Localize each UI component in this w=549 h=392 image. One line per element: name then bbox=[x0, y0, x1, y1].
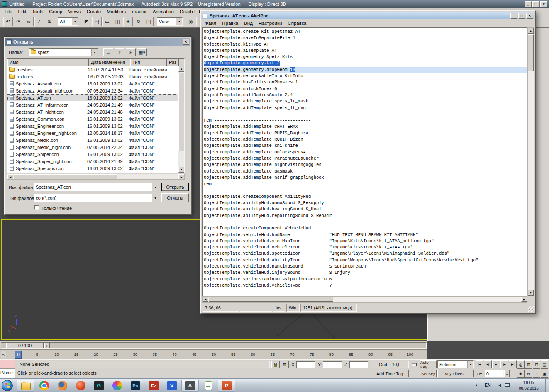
taskbar-browser-firefox[interactable] bbox=[54, 380, 71, 392]
taskbar-filezilla[interactable]: Fz bbox=[145, 380, 162, 392]
dialog-titlebar[interactable]: Открыть × bbox=[5, 38, 190, 46]
scroll-down-button[interactable]: ▼ bbox=[178, 167, 184, 173]
clock[interactable]: 16:05 08.02.2015 bbox=[515, 380, 542, 391]
time-slider-step-button[interactable] bbox=[44, 343, 50, 348]
column-header-тип[interactable]: Тип bbox=[130, 59, 167, 66]
time-slider-track[interactable]: 0 / 100 bbox=[1, 342, 427, 349]
file-row-spetsnaz-sniper-night-con[interactable]: Spetsnaz_Sniper_night.con07.05.2014 21:4… bbox=[7, 158, 178, 165]
reference-coordinate-system-dropdown[interactable]: View ▼ bbox=[157, 17, 183, 26]
max-menu-edit[interactable]: Edit bbox=[15, 9, 29, 15]
current-time-input[interactable] bbox=[485, 370, 504, 377]
max-menu-reactor[interactable]: reactor bbox=[129, 9, 150, 15]
redo-button[interactable]: ↷ bbox=[14, 17, 23, 26]
pan-view-button[interactable]: ✚ bbox=[517, 370, 525, 378]
file-row-spetsnaz-medic-con[interactable]: Spetsnaz_Medic.con16.01.2009 13:02Файл "… bbox=[7, 136, 178, 144]
close-button[interactable]: × bbox=[526, 13, 533, 19]
key-filters-button[interactable]: Key Filters... bbox=[437, 370, 474, 377]
undo-button[interactable]: ↶ bbox=[3, 17, 13, 26]
chevron-down-icon[interactable]: ▼ bbox=[91, 49, 98, 56]
taskbar-akelpad[interactable]: A bbox=[181, 380, 199, 392]
max-menu-tools[interactable]: Tools bbox=[29, 9, 46, 15]
select-and-link-button[interactable]: ∞ bbox=[24, 17, 34, 26]
next-frame-button[interactable]: |▶ bbox=[500, 360, 508, 368]
current-frame-marker[interactable]: 0 bbox=[15, 351, 22, 359]
window-crossing-toggle-button[interactable]: ◫ bbox=[113, 17, 122, 26]
taskbar-browser-chrome[interactable] bbox=[35, 380, 53, 392]
zoom-button[interactable]: ◎ bbox=[517, 360, 525, 369]
scrollbar-thumb[interactable] bbox=[178, 73, 184, 151]
time-slider-handle[interactable]: 0 / 100 bbox=[6, 343, 44, 348]
taskbar-explorer[interactable] bbox=[17, 380, 34, 392]
file-row-spetsnaz-engineer-con[interactable]: Spetsnaz_Engineer.con16.01.2009 13:02Фай… bbox=[7, 122, 178, 129]
spinner-arrows-icon[interactable]: ▲▼ bbox=[504, 370, 510, 377]
akelpad-titlebar[interactable]: Spetsnaz_AT.con - AkelPad _ □ × bbox=[202, 12, 534, 19]
key-mode-dropdown[interactable]: Selected ▼ bbox=[437, 360, 474, 368]
file-list-vertical-scrollbar[interactable]: ▲ ▼ bbox=[178, 66, 184, 173]
max-menu-animation[interactable]: Animation bbox=[150, 9, 177, 15]
view-menu-button[interactable]: ▦▾ bbox=[137, 48, 147, 56]
taskbar-app-3dsmax[interactable] bbox=[108, 380, 126, 392]
file-row-spetsnaz-medic-night-con[interactable]: Spetsnaz_Medic_night.con07.05.2014 22:34… bbox=[7, 144, 178, 151]
minimize-button[interactable]: _ bbox=[510, 13, 517, 19]
file-row-spetsnaz-at-night-con[interactable]: Spetsnaz_AT_night.con24.05.2014 21:48Фай… bbox=[7, 108, 178, 115]
chevron-down-icon[interactable]: ▼ bbox=[152, 194, 159, 202]
column-header-дата-изменения[interactable]: Дата изменения bbox=[89, 59, 130, 66]
set-key-button[interactable]: Set Key bbox=[420, 370, 437, 377]
play-animation-button[interactable]: ▶ bbox=[492, 360, 500, 368]
select-object-button[interactable]: ◤ bbox=[82, 17, 91, 26]
maximize-button[interactable]: □ bbox=[518, 13, 525, 19]
filetype-combobox[interactable]: con(*.con) ▼ bbox=[34, 194, 159, 202]
chevron-down-icon[interactable]: ▼ bbox=[152, 183, 159, 191]
show-desktop-button[interactable] bbox=[545, 379, 549, 392]
column-header-имя[interactable]: Имя bbox=[7, 59, 89, 66]
editor-horizontal-scrollbar[interactable]: ◀ ▶ bbox=[202, 296, 527, 303]
scroll-down-button[interactable]: ▼ bbox=[528, 290, 534, 296]
keyboard-shortcut-override-toggle[interactable] bbox=[410, 361, 418, 368]
orbit-view-button[interactable]: ↻ bbox=[525, 370, 532, 378]
akelpad-menu-правка[interactable]: Правка bbox=[219, 20, 241, 26]
unlink-selection-button[interactable]: ≠ bbox=[34, 17, 44, 26]
go-to-end-button[interactable]: ▶| bbox=[509, 360, 517, 368]
scrollbar-thumb[interactable] bbox=[528, 34, 534, 71]
add-time-tag[interactable]: Add Time Tag bbox=[371, 370, 409, 377]
up-one-level-button[interactable]: ↥ bbox=[115, 48, 124, 56]
back-button[interactable]: ← bbox=[103, 48, 113, 56]
taskbar-powerpoint[interactable]: P bbox=[218, 380, 235, 392]
z-coordinate-input[interactable] bbox=[349, 361, 368, 368]
taskbar-notepad[interactable] bbox=[200, 380, 217, 392]
previous-frame-button[interactable]: ◀| bbox=[484, 360, 492, 368]
scroll-right-button[interactable]: ▶ bbox=[178, 174, 184, 179]
close-button[interactable]: × bbox=[540, 1, 547, 7]
select-and-uniform-scale-button[interactable]: ◰ bbox=[144, 17, 154, 26]
zoom-region-button[interactable]: ◱ bbox=[541, 360, 548, 369]
macro-recorder-line[interactable] bbox=[0, 360, 15, 369]
language-indicator[interactable]: EN bbox=[485, 382, 491, 387]
hscrollbar-thumb[interactable] bbox=[209, 297, 333, 302]
x-coordinate-input[interactable] bbox=[296, 361, 315, 368]
selection-filter-dropdown[interactable]: All ▼ bbox=[58, 17, 78, 26]
resize-grip[interactable] bbox=[528, 306, 534, 312]
max-menu-views[interactable]: Views bbox=[65, 9, 83, 15]
file-row-spetsnaz-assault-night-con[interactable]: Spetsnaz_Assault_night.con07.05.2014 22:… bbox=[7, 87, 178, 94]
taskbar-app-v[interactable]: V bbox=[163, 380, 181, 392]
zoom-extents-button[interactable]: ⊡ bbox=[533, 360, 540, 369]
file-row-spetsnaz-sniper-con[interactable]: Spetsnaz_Sniper.con16.01.2009 13:02Файл … bbox=[7, 151, 178, 158]
hscrollbar-thumb[interactable] bbox=[14, 174, 117, 179]
select-and-rotate-button[interactable]: ↻ bbox=[134, 17, 143, 26]
maximize-viewport-toggle-button[interactable]: ▣ bbox=[541, 370, 548, 378]
akelpad-menu-настройки[interactable]: Настройки bbox=[256, 20, 285, 26]
use-pivot-point-center-button[interactable]: ◎ bbox=[186, 17, 195, 26]
taskbar-photoshop[interactable]: Ps bbox=[127, 380, 144, 392]
select-by-name-button[interactable]: ▤ bbox=[92, 17, 102, 26]
max-menu-file[interactable]: File bbox=[2, 9, 15, 15]
file-row-spetsnaz-engineer-night-con[interactable]: Spetsnaz_Engineer_night.con12.05.2014 18… bbox=[7, 129, 178, 136]
cancel-button[interactable]: Отмена bbox=[161, 193, 189, 202]
dialog-close-button[interactable]: × bbox=[183, 39, 189, 45]
max-menu-create[interactable]: Create bbox=[84, 9, 104, 15]
volume-icon[interactable] bbox=[497, 384, 501, 387]
akelpad-menu-вид[interactable]: Вид bbox=[241, 20, 256, 26]
taskbar-browser-opera[interactable] bbox=[72, 380, 89, 392]
file-row-textures[interactable]: textures06.02.2015 20:03Папка с файлами bbox=[7, 73, 178, 80]
show-hidden-icons-button[interactable]: ▴ bbox=[476, 383, 477, 387]
readonly-checkbox[interactable] bbox=[34, 205, 39, 210]
